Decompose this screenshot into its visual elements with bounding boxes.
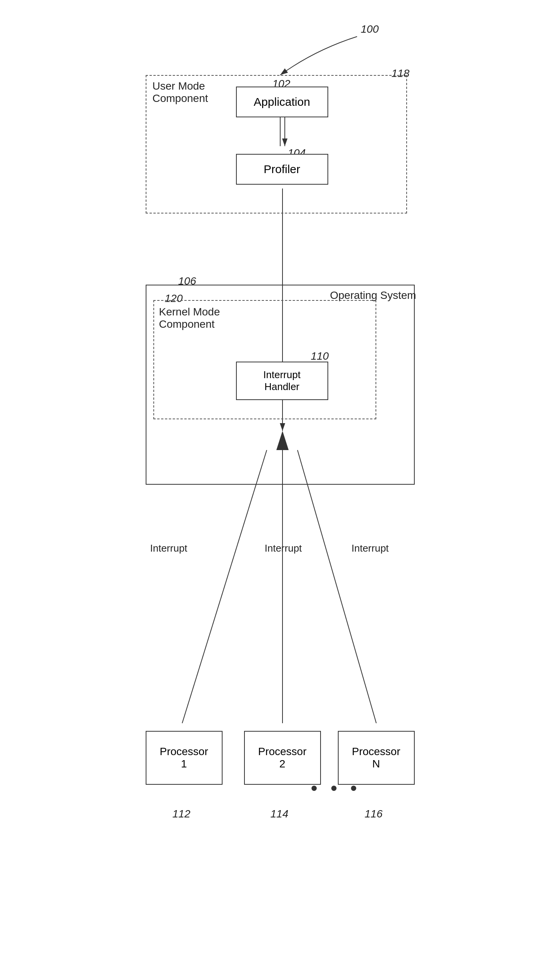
ref-112: 112	[173, 808, 191, 820]
ref-114: 114	[271, 808, 289, 820]
processor-n-box: Processor N	[338, 731, 415, 785]
processor-2-box: Processor 2	[244, 731, 321, 785]
ref-100: 100	[361, 23, 379, 35]
ref-116: 116	[365, 808, 383, 820]
profiler-label: Profiler	[264, 163, 300, 176]
profiler-box: Profiler	[236, 154, 328, 185]
kernel-mode-label: Kernel ModeComponent	[159, 306, 220, 330]
svg-line-8	[182, 450, 267, 723]
diagram-container: 100 118 User ModeComponent 102 Applicati…	[123, 15, 438, 954]
interrupt-handler-label: Interrupt Handler	[263, 369, 301, 393]
ref-110: 110	[311, 350, 329, 362]
interrupt-handler-box: Interrupt Handler	[236, 362, 328, 400]
interrupt-label-2: Interrupt	[265, 542, 302, 554]
application-label: Application	[254, 95, 310, 108]
processor-1-box: Processor 1	[146, 731, 223, 785]
application-box: Application	[236, 87, 328, 117]
processor-1-label: Processor 1	[160, 746, 208, 770]
user-mode-label: User ModeComponent	[153, 80, 208, 105]
svg-line-10	[297, 450, 376, 723]
processor-2-label: Processor 2	[258, 746, 306, 770]
processor-n-label: Processor N	[352, 746, 400, 770]
interrupt-label-1: Interrupt	[150, 542, 188, 554]
interrupt-label-3: Interrupt	[352, 542, 389, 554]
